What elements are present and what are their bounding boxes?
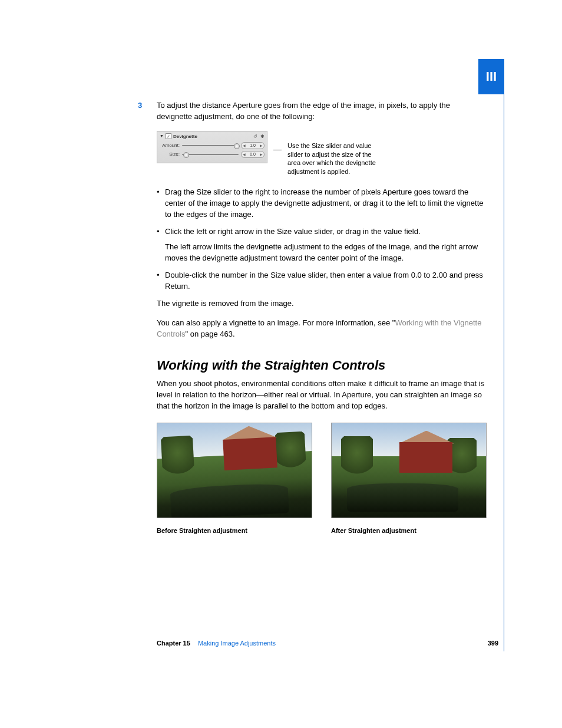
amount-value[interactable]: 1.0 <box>250 143 256 149</box>
size-value-slider[interactable]: ◀ 0.0 ▶ <box>241 151 265 158</box>
step-text: To adjust the distance Aperture goes fro… <box>157 101 450 121</box>
amount-label: Amount: <box>160 142 180 149</box>
callout-text: Use the Size slider and value slider to … <box>287 141 382 176</box>
chapter-label: Chapter 15 <box>157 640 190 647</box>
panel-title: Devignette <box>173 133 197 140</box>
more-info-post: " on page 463. <box>185 330 234 338</box>
enable-checkbox[interactable]: ✓ <box>166 133 171 139</box>
before-image-col: Before Straighten adjustment <box>157 423 311 536</box>
amount-slider-knob[interactable] <box>234 143 240 149</box>
devignette-panel: ▼ ✓ Devignette ↺ ✱ Amount: ◀ <box>157 131 267 164</box>
image-comparison-row: Before Straighten adjustment After Strai… <box>147 423 485 536</box>
size-decrement-icon[interactable]: ◀ <box>243 153 246 156</box>
size-label: Size: <box>160 151 180 158</box>
instruction-list: Drag the Size slider to the right to inc… <box>147 187 485 292</box>
page-number: 399 <box>488 640 498 647</box>
list-item-follow: The left arrow limits the devignette adj… <box>165 242 485 264</box>
after-caption: After Straighten adjustment <box>331 526 485 536</box>
panel-header-right: ↺ ✱ <box>253 133 265 140</box>
size-increment-icon[interactable]: ▶ <box>260 153 263 156</box>
size-slider-knob[interactable] <box>183 152 189 158</box>
amount-increment-icon[interactable]: ▶ <box>260 144 263 147</box>
gear-icon[interactable]: ✱ <box>260 133 265 140</box>
chapter-title: Making Image Adjustments <box>198 640 276 647</box>
after-image-col: After Straighten adjustment <box>331 423 485 536</box>
size-slider[interactable] <box>182 154 239 155</box>
panel-with-callout: ▼ ✓ Devignette ↺ ✱ Amount: ◀ <box>157 131 485 176</box>
section-body: When you shoot photos, environmental con… <box>147 378 485 412</box>
section-heading: Working with the Straighten Controls <box>157 356 485 375</box>
size-value[interactable]: 0.0 <box>250 151 256 157</box>
step-number: 3 <box>138 100 142 111</box>
after-image <box>331 423 487 518</box>
size-row: Size: ◀ 0.0 ▶ <box>160 151 265 158</box>
result-text: The vignette is removed from the image. <box>147 298 485 309</box>
before-image <box>157 423 312 518</box>
amount-row: Amount: ◀ 1.0 ▶ <box>160 142 265 149</box>
before-caption: Before Straighten adjustment <box>157 526 311 536</box>
list-item: Click the left or right arrow in the Siz… <box>165 226 485 265</box>
footer-left: Chapter 15 Making Image Adjustments <box>157 640 276 647</box>
part-tab: III <box>478 59 504 94</box>
more-info-para: You can also apply a vignette to an imag… <box>147 318 485 340</box>
list-item: Double-click the number in the Size valu… <box>165 270 485 292</box>
step-3: 3 To adjust the distance Aperture goes f… <box>147 100 485 123</box>
list-item-text: Click the left or right arrow in the Siz… <box>165 227 421 236</box>
amount-slider[interactable] <box>182 145 239 146</box>
callout-leader <box>273 150 282 150</box>
amount-value-slider[interactable]: ◀ 1.0 ▶ <box>241 142 265 149</box>
page: III 3 To adjust the distance Aperture go… <box>0 0 562 728</box>
panel-header: ▼ ✓ Devignette ↺ ✱ <box>160 133 265 140</box>
reset-icon[interactable]: ↺ <box>253 133 257 140</box>
amount-decrement-icon[interactable]: ◀ <box>243 144 246 147</box>
content-area: 3 To adjust the distance Aperture goes f… <box>147 100 485 559</box>
disclosure-triangle-icon[interactable]: ▼ <box>160 133 164 139</box>
margin-rule <box>504 59 504 651</box>
panel-header-left: ▼ ✓ Devignette <box>160 133 197 140</box>
page-footer: Chapter 15 Making Image Adjustments 399 <box>157 640 498 647</box>
part-label: III <box>486 69 497 84</box>
more-info-pre: You can also apply a vignette to an imag… <box>157 318 395 327</box>
list-item: Drag the Size slider to the right to inc… <box>165 187 485 220</box>
